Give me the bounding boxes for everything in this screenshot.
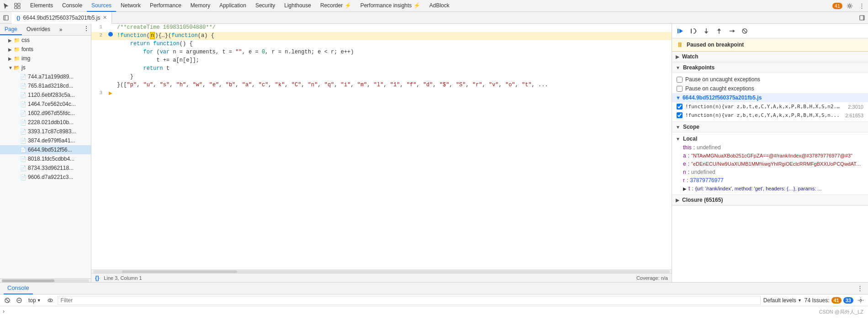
console-context-selector[interactable]: top ▼ <box>26 296 43 304</box>
issues-badge-blue[interactable]: 33 <box>843 297 853 304</box>
scope-item-t[interactable]: ▶ t : {url: '/rank/index', method: 'get'… <box>672 184 868 193</box>
left-panel: Page Overrides » ⋮ ▶ 📁 css ▶ 📁 <box>0 24 91 282</box>
line-number-2: 2 <box>91 32 106 38</box>
list-item-selected[interactable]: 📄 6644.9bd512f56... <box>0 145 91 154</box>
collapse-panel-btn[interactable] <box>856 12 868 24</box>
line-gutter-3[interactable]: ▶ <box>106 89 115 97</box>
console-tab[interactable]: Console <box>4 283 33 294</box>
issues-count[interactable]: 41 <box>832 3 842 9</box>
console-more-btn[interactable]: ⋮ <box>855 284 864 293</box>
tab-sources[interactable]: Sources <box>87 0 116 12</box>
breakpoints-section-header[interactable]: ▼ Breakpoints <box>672 63 868 73</box>
list-item[interactable]: 📄 3393.17c87c8983... <box>0 127 91 136</box>
console-clear-btn[interactable] <box>3 296 12 305</box>
tab-adblock[interactable]: AdBlock <box>425 0 454 12</box>
settings-icon[interactable] <box>845 1 854 10</box>
list-item[interactable]: 📄 3874.de979f6a41... <box>0 136 91 145</box>
scope-colon-r: : <box>687 177 688 184</box>
cursor-icon[interactable] <box>2 1 11 10</box>
step-btn[interactable] <box>727 26 737 36</box>
list-item[interactable]: 📄 1464.7ce562c04c... <box>0 100 91 109</box>
scope-key-e: e <box>683 161 686 167</box>
bp-checkbox-2[interactable] <box>677 112 683 118</box>
console-settings-btn[interactable] <box>856 296 865 305</box>
pause-uncaught-checkbox[interactable] <box>677 77 683 83</box>
left-panel-more-btn[interactable]: » <box>55 24 67 35</box>
left-tab-page[interactable]: Page <box>0 24 22 35</box>
tree-item-css[interactable]: ▶ 📁 css <box>0 36 91 45</box>
tab-elements[interactable]: Elements <box>26 0 58 12</box>
file-tab-close[interactable]: ✕ <box>103 15 107 21</box>
left-panel-hscroll[interactable] <box>0 278 91 282</box>
svg-marker-18 <box>733 30 735 32</box>
scope-colon-e: : <box>688 161 689 167</box>
list-item[interactable]: 📄 2228.021ddb10b... <box>0 118 91 127</box>
tree-item-fonts[interactable]: ▶ 📁 fonts <box>0 45 91 54</box>
code-line-cont1: return function() { <box>91 40 672 48</box>
folder-css-icon: 📁 <box>14 37 20 43</box>
bp-checkbox-1[interactable] <box>677 104 683 110</box>
tab-performance[interactable]: Performance <box>145 0 186 12</box>
step-over-btn[interactable] <box>688 26 699 36</box>
deactivate-btn[interactable] <box>740 26 750 36</box>
scope-section-title: Scope <box>683 124 699 130</box>
tree-item-img[interactable]: ▶ 📁 img <box>0 54 91 63</box>
code-editor[interactable]: 1 /**createTime 1698310504880**/ 2 !func… <box>91 24 672 269</box>
watch-section-header[interactable]: ▶ Watch <box>672 52 868 62</box>
scope-section-header[interactable]: ▼ Scope <box>672 122 868 132</box>
list-item[interactable]: 📄 744.a71a199d89... <box>0 72 91 81</box>
list-item[interactable]: 📄 8734.33d962118... <box>0 163 91 173</box>
resume-btn[interactable] <box>676 26 686 36</box>
tab-security[interactable]: Security <box>251 0 280 12</box>
default-levels-selector[interactable]: Default levels ▼ <box>763 297 802 304</box>
tab-recorder[interactable]: Recorder ⚡ <box>316 0 356 12</box>
list-item[interactable]: 📄 1602.d967d55fdc... <box>0 109 91 118</box>
file-tab-js-icon: {} <box>16 15 21 21</box>
step-into-btn[interactable] <box>701 26 711 36</box>
file-tree: ▶ 📁 css ▶ 📁 fonts ▶ 📁 img <box>0 36 91 278</box>
inspect-icon[interactable] <box>13 1 22 10</box>
issues-badge-orange[interactable]: 41 <box>831 297 842 304</box>
tree-arrow-js: ▼ <box>8 65 14 70</box>
code-content-cont4: return t <box>115 65 672 72</box>
more-icon[interactable]: ⋮ <box>857 1 866 10</box>
list-item[interactable]: 📄 765.81ad3218cd... <box>0 81 91 90</box>
step-out-btn[interactable] <box>714 26 724 36</box>
chevron-down-icon: ▼ <box>37 298 41 303</box>
tab-application[interactable]: Application <box>215 0 251 12</box>
console-eye-btn[interactable] <box>46 296 55 305</box>
scope-colon-t: : <box>692 185 693 192</box>
list-item[interactable]: 📄 1120.6ebf283c5a... <box>0 90 91 100</box>
tab-perf-insights[interactable]: Performance insights ⚡ <box>356 0 425 12</box>
code-hscroll[interactable] <box>91 269 672 273</box>
scope-local-header[interactable]: ▼ Local <box>672 134 868 143</box>
content-area: {} 6644.9bd512f560375a201fb5.js ✕ Page O… <box>0 12 868 320</box>
scope-item-n: n : undefined <box>672 168 868 176</box>
pause-caught-checkbox[interactable] <box>677 86 683 92</box>
bracket-icon: {} <box>95 275 99 281</box>
left-tab-overrides[interactable]: Overrides <box>22 24 55 35</box>
middle-panel: 1 /**createTime 1698310504880**/ 2 !func… <box>91 24 672 282</box>
tab-memory[interactable]: Memory <box>186 0 215 12</box>
line-gutter-2[interactable] <box>106 32 115 37</box>
tab-network[interactable]: Network <box>116 0 145 12</box>
debugger-toolbar <box>672 24 868 38</box>
left-panel-menu-btn[interactable]: ⋮ <box>82 24 91 33</box>
scope-colon-a: : <box>688 152 689 159</box>
tree-item-js[interactable]: ▼ 📂 js <box>0 63 91 72</box>
console-toolbar-right: ⋮ <box>855 284 864 293</box>
scope-expand-t[interactable]: ▶ <box>683 186 687 191</box>
breakpoints-section-content: Pause on uncaught exceptions Pause on ca… <box>672 73 868 121</box>
tree-label-f9: 6644.9bd512f56... <box>28 147 72 153</box>
code-content-cont2: for (var n = arguments, t = "", e = 0, r… <box>115 48 672 56</box>
closure-section-header[interactable]: ▶ Closure (65165) <box>672 195 868 205</box>
svg-marker-14 <box>704 31 708 34</box>
list-item[interactable]: 📄 8018.1fdc5cdbb4... <box>0 154 91 163</box>
collapse-sidebar-btn[interactable] <box>0 12 12 24</box>
tab-console[interactable]: Console <box>58 0 87 12</box>
file-tab-active[interactable]: {} 6644.9bd512f560375a201fb5.js ✕ <box>12 12 112 24</box>
tab-lighthouse[interactable]: Lighthouse <box>280 0 316 12</box>
console-filter-input[interactable] <box>58 296 761 305</box>
list-item[interactable]: 📄 9606.d7a9221c3... <box>0 173 91 182</box>
console-filter-btn[interactable] <box>15 296 24 305</box>
